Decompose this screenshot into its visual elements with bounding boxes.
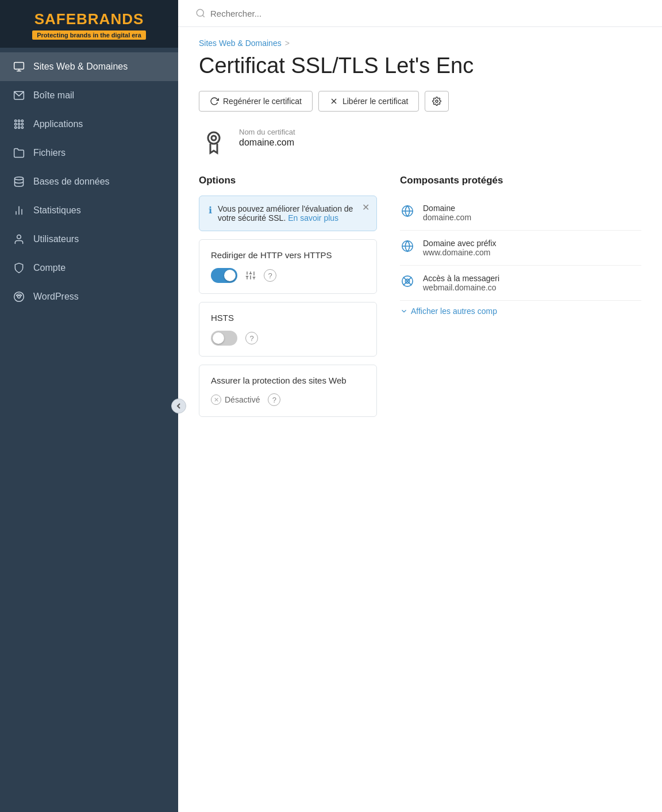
http-redirect-settings[interactable]	[245, 270, 256, 281]
sidebar-item-account[interactable]: Compte	[0, 254, 178, 282]
topbar	[178, 0, 662, 27]
sidebar-item-label-wp: WordPress	[33, 292, 79, 302]
wordpress-icon	[13, 290, 25, 303]
toggle-thumb	[224, 270, 236, 281]
breadcrumb-parent-link[interactable]: Sites Web & Domaines	[199, 39, 282, 48]
settings-button[interactable]	[425, 91, 449, 112]
logo-area: SafeBrands Protecting brands in the digi…	[0, 0, 178, 48]
info-box-link[interactable]: En savoir plus	[288, 213, 338, 223]
cert-details: Nom du certificat domaine.com	[239, 128, 295, 148]
sidebar-item-db[interactable]: Bases de données	[0, 167, 178, 196]
hsts-help[interactable]: ?	[245, 332, 258, 344]
sliders-icon	[245, 270, 256, 281]
hsts-label: HSTS	[211, 313, 365, 323]
grid-icon	[13, 118, 25, 131]
release-label: Libérer le certificat	[342, 97, 408, 106]
http-redirect-help[interactable]: ?	[264, 269, 276, 282]
sidebar-item-apps[interactable]: Applications	[0, 110, 178, 139]
brand-tagline: Protecting brands in the digital era	[32, 30, 146, 40]
hsts-toggle-thumb	[213, 332, 224, 344]
breadcrumb: Sites Web & Domaines >	[199, 39, 641, 48]
sidebar-collapse-button[interactable]	[171, 399, 186, 413]
mail-icon	[13, 89, 25, 102]
svg-point-5	[18, 120, 20, 122]
options-section-title: Options	[199, 175, 377, 186]
page-content: Sites Web & Domaines > Certificat SSL/TL…	[178, 27, 662, 812]
svg-point-8	[18, 123, 20, 125]
http-redirect-label: Rediriger de HTTP vers HTTPS	[211, 250, 365, 260]
svg-point-17	[17, 235, 21, 239]
sidebar-item-wordpress[interactable]: WordPress	[0, 282, 178, 311]
cert-name-label: Nom du certificat	[239, 128, 295, 136]
sidebar-item-sites[interactable]: Sites Web & Domaines	[0, 52, 178, 81]
shield-icon	[13, 262, 25, 274]
info-box-close-button[interactable]: ✕	[362, 202, 370, 213]
sidebar-item-users[interactable]: Utilisateurs	[0, 225, 178, 254]
svg-point-19	[18, 296, 21, 298]
main-content: Sites Web & Domaines > Certificat SSL/TL…	[178, 0, 662, 812]
toolbar: Regénérer le certificat Libérer le certi…	[199, 91, 641, 112]
svg-point-4	[15, 120, 17, 122]
comp-value-0: domaine.com	[423, 213, 471, 222]
protection-help[interactable]: ?	[268, 393, 280, 406]
svg-point-24	[436, 100, 438, 102]
page-title: Certificat SSL/TLS Let's Enc	[199, 53, 641, 78]
http-redirect-toggle[interactable]	[211, 268, 237, 283]
svg-point-10	[15, 127, 17, 128]
sidebar-item-label-stats: Statistiques	[33, 205, 81, 216]
http-redirect-card: Rediriger de HTTP vers HTTPS ?	[199, 239, 377, 294]
regenerate-button[interactable]: Regénérer le certificat	[199, 91, 313, 112]
sidebar-item-label-account: Compte	[33, 263, 66, 273]
regenerate-label: Regénérer le certificat	[223, 97, 302, 106]
domain-icon-1	[400, 239, 415, 254]
protection-label: Assurer la protection des sites Web	[211, 376, 365, 385]
sidebar-item-files[interactable]: Fichiers	[0, 139, 178, 167]
cert-name-value: domaine.com	[239, 137, 295, 148]
svg-point-12	[21, 127, 23, 128]
show-more-link[interactable]: Afficher les autres comp	[400, 307, 641, 316]
search-icon	[195, 8, 206, 18]
protection-status-label: Désactivé	[225, 395, 260, 404]
monitor-icon	[13, 60, 25, 73]
sidebar-item-label-db: Bases de données	[33, 177, 110, 187]
chevron-down-icon	[400, 307, 408, 315]
sidebar-nav: Sites Web & Domaines Boîte mail Applicat…	[0, 48, 178, 812]
info-box-content: Vous pouvez améliorer l'évaluation de vo…	[218, 204, 367, 223]
comp-label-0: Domaine	[423, 204, 471, 213]
options-column: Options ℹ Vous pouvez améliorer l'évalua…	[199, 175, 377, 425]
sidebar-item-label-sites: Sites Web & Domaines	[33, 62, 128, 72]
svg-point-7	[15, 123, 17, 125]
svg-point-9	[21, 123, 23, 125]
search-input[interactable]	[210, 9, 383, 18]
svg-line-21	[202, 15, 204, 17]
comp-label-1: Domaine avec préfix	[423, 239, 496, 248]
comp-value-1: www.domaine.com	[423, 248, 496, 257]
svg-point-25	[208, 132, 220, 144]
folder-icon	[13, 147, 25, 159]
comp-label-2: Accès à la messageri	[423, 274, 499, 283]
show-more-label: Afficher les autres comp	[411, 307, 497, 316]
disabled-circle-icon: ✕	[211, 394, 221, 405]
sidebar-item-stats[interactable]: Statistiques	[0, 196, 178, 225]
components-section-title: Composants protégés	[400, 175, 641, 186]
bar-chart-icon	[13, 204, 25, 217]
release-button[interactable]: Libérer le certificat	[318, 91, 419, 112]
certificate-info: Nom du certificat domaine.com	[199, 128, 641, 158]
protection-card: Assurer la protection des sites Web ✕ Dé…	[199, 365, 377, 417]
svg-point-13	[15, 177, 24, 180]
component-item-2: Accès à la messageri webmail.domaine.co	[400, 266, 641, 301]
svg-point-26	[211, 136, 216, 140]
info-box: ℹ Vous pouvez améliorer l'évaluation de …	[199, 196, 377, 231]
refresh-icon	[210, 97, 219, 106]
hsts-controls: ?	[211, 331, 365, 346]
domain-icon-0	[400, 204, 415, 219]
component-item-0: Domaine domaine.com	[400, 196, 641, 231]
sidebar-item-label-mail: Boîte mail	[33, 90, 74, 101]
user-icon	[13, 233, 25, 246]
database-icon	[13, 175, 25, 188]
svg-point-20	[197, 9, 203, 16]
sidebar-item-mail[interactable]: Boîte mail	[0, 81, 178, 110]
svg-point-6	[21, 120, 23, 122]
hsts-card: HSTS ?	[199, 302, 377, 357]
hsts-toggle[interactable]	[211, 331, 237, 346]
